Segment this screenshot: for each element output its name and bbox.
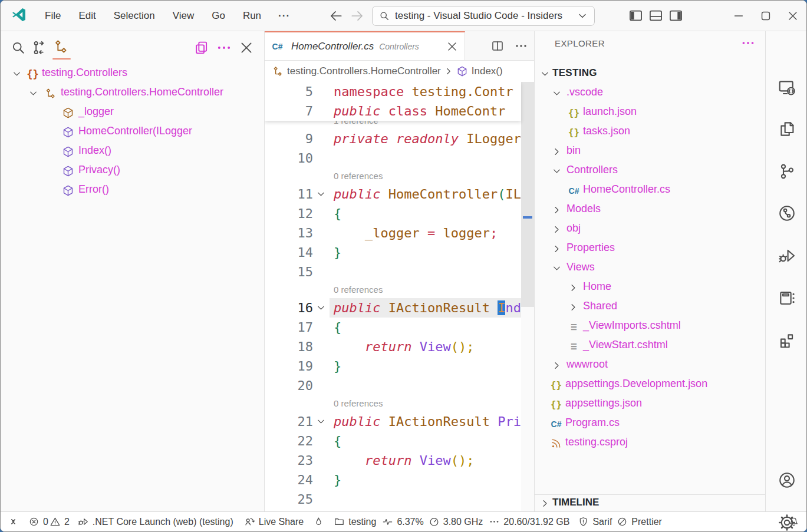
tab-homecontroller[interactable]: C# HomeController.cs Controllers <box>265 31 465 60</box>
code-editor[interactable]: 1 reference9private readonly ILogger100 … <box>265 82 534 511</box>
code-line[interactable]: 18 return View(); <box>265 337 521 356</box>
chevron-right-icon[interactable] <box>551 243 562 255</box>
symbol-item[interactable]: {}testing.Controllers <box>1 64 264 84</box>
code-line[interactable] <box>265 509 521 511</box>
explorer-more-actions-icon[interactable] <box>740 35 756 51</box>
references-tool-icon[interactable] <box>31 39 48 56</box>
chevron-right-icon[interactable] <box>551 360 562 371</box>
explorer-item[interactable]: {}tasks.json <box>535 123 765 142</box>
code-line[interactable]: 19} <box>265 356 521 376</box>
menu-edit[interactable]: Edit <box>70 6 104 25</box>
explorer-item[interactable]: {}appsettings.Development.json <box>535 375 765 395</box>
fold-chevron-icon[interactable] <box>315 416 327 427</box>
extensions-icon[interactable] <box>778 331 796 350</box>
class-hierarchy-tool-icon[interactable] <box>52 39 69 56</box>
codelens[interactable]: 0 references <box>334 282 383 298</box>
chevron-down-icon[interactable] <box>551 166 562 177</box>
gitlens-icon[interactable] <box>778 204 796 223</box>
explorer-item[interactable]: ≡_ViewStart.cshtml <box>535 336 765 356</box>
chevron-down-icon[interactable] <box>551 263 562 274</box>
command-center-search[interactable]: testing - Visual Studio Code - Insiders <box>372 6 595 26</box>
chevron-right-icon[interactable] <box>568 302 579 313</box>
maximize-button[interactable] <box>752 1 779 31</box>
code-line[interactable]: 23 return View(); <box>265 451 521 470</box>
panel-more-actions-icon[interactable] <box>216 39 232 56</box>
split-editor-icon[interactable] <box>490 39 505 53</box>
menu-view[interactable]: View <box>164 6 203 25</box>
code-line[interactable]: 13 _logger = logger; <box>265 223 521 243</box>
symbol-item[interactable]: Privacy() <box>1 161 264 181</box>
breadcrumb[interactable]: testing.Controllers.HomeControllerIndex(… <box>265 61 534 82</box>
explorer-item[interactable]: {}appsettings.json <box>535 395 765 414</box>
menu-go[interactable]: Go <box>203 6 234 25</box>
code-line[interactable]: 21public IActionResult Pri <box>265 412 521 431</box>
editor-scrollbar[interactable] <box>521 82 534 511</box>
scrollbar-thumb[interactable] <box>521 82 534 307</box>
explorer-item[interactable]: {}launch.json <box>535 103 765 123</box>
code-line[interactable]: 20 <box>265 376 521 395</box>
remote-explorer-icon[interactable] <box>778 78 796 97</box>
files-icon[interactable] <box>778 120 796 138</box>
code-line[interactable]: 10 <box>265 148 521 168</box>
chevron-down-icon[interactable] <box>551 88 562 99</box>
fold-chevron-icon[interactable] <box>315 302 327 313</box>
run-debug-icon[interactable] <box>778 246 796 265</box>
explorer-item[interactable]: .vscode <box>535 84 765 103</box>
close-panel-icon[interactable] <box>238 39 255 56</box>
explorer-item[interactable]: testing.csproj <box>535 434 765 453</box>
copy-panel-icon[interactable] <box>193 39 210 56</box>
breadcrumb-item[interactable]: testing.Controllers.HomeController <box>287 65 441 77</box>
status-circle-slash[interactable]: Prettier <box>617 516 662 527</box>
explorer-item[interactable]: obj <box>535 220 765 239</box>
symbol-item[interactable]: HomeController(ILogger <box>1 123 264 142</box>
code-line[interactable]: 9private readonly ILogger <box>265 129 521 148</box>
fold-chevron-icon[interactable] <box>315 189 327 200</box>
chevron-down-icon[interactable] <box>11 68 22 80</box>
forward-arrow-icon[interactable] <box>350 8 365 24</box>
status-remote[interactable] <box>8 516 19 527</box>
search-tool-icon[interactable] <box>10 39 27 56</box>
settings-icon[interactable] <box>778 513 796 532</box>
menu-file[interactable]: File <box>36 6 70 25</box>
status-flame[interactable] <box>313 516 324 527</box>
back-arrow-icon[interactable] <box>328 8 344 24</box>
code-line[interactable]: 11public HomeController(IL <box>265 184 521 204</box>
codelens[interactable]: 0 references <box>334 168 383 184</box>
status-ellipsis[interactable]: 20.60/31.92 GB <box>489 516 569 527</box>
account-icon[interactable] <box>778 471 796 490</box>
code-line[interactable]: 17{ <box>265 318 521 337</box>
explorer-item[interactable]: bin <box>535 142 765 161</box>
menu-more[interactable]: ··· <box>270 6 298 25</box>
code-lines[interactable]: 1 reference9private readonly ILogger100 … <box>265 82 521 511</box>
chevron-right-icon[interactable] <box>551 146 562 157</box>
status-folder[interactable]: testing <box>334 516 376 527</box>
status-live-share[interactable]: Live Share <box>244 516 304 527</box>
symbol-item[interactable]: _logger <box>1 103 264 123</box>
editor-more-actions-icon[interactable] <box>514 39 528 53</box>
menu-selection[interactable]: Selection <box>105 6 164 25</box>
status-shield[interactable]: Sarif <box>578 516 612 527</box>
chevron-right-icon[interactable] <box>551 204 562 216</box>
explorer-item[interactable]: ≡_ViewImports.cshtml <box>535 317 765 336</box>
symbol-item[interactable]: Index() <box>1 142 264 161</box>
timeline-section[interactable]: TIMELINE <box>535 494 765 511</box>
status-debug[interactable]: .NET Core Launch (web) (testing) <box>78 516 233 527</box>
explorer-item[interactable]: C#HomeController.cs <box>535 181 765 200</box>
explorer-item[interactable]: Controllers <box>535 161 765 181</box>
notebook-icon[interactable] <box>778 289 796 308</box>
explorer-item[interactable]: Views <box>535 259 765 278</box>
explorer-section-testing[interactable]: TESTING <box>535 64 765 84</box>
chevron-right-icon[interactable] <box>568 282 579 293</box>
symbol-item[interactable]: testing.Controllers.HomeController <box>1 84 264 103</box>
code-line[interactable]: 12{ <box>265 204 521 223</box>
toggle-panel-icon[interactable] <box>648 8 664 24</box>
close-window-button[interactable] <box>779 1 806 31</box>
status-warning-triangle[interactable]: 2 <box>50 516 70 527</box>
code-line[interactable]: 24} <box>265 470 521 490</box>
codelens[interactable]: 0 references <box>334 395 383 412</box>
minimize-button[interactable] <box>725 1 752 31</box>
chevron-down-icon[interactable] <box>28 88 39 99</box>
explorer-item[interactable]: Shared <box>535 298 765 317</box>
explorer-item[interactable]: Properties <box>535 239 765 259</box>
explorer-item[interactable]: Models <box>535 200 765 220</box>
